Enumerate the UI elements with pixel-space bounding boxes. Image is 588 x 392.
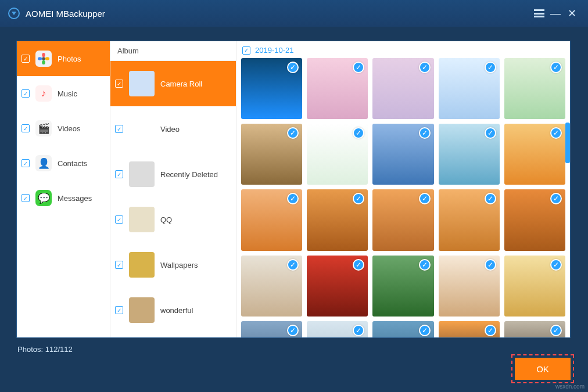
photo-thumb[interactable]: ✓: [241, 189, 302, 250]
check-icon[interactable]: ✓: [485, 62, 496, 73]
sidebar-checkbox[interactable]: ✓: [21, 159, 30, 167]
album-checkbox[interactable]: ✓: [115, 80, 123, 88]
photo-thumb[interactable]: ✓: [439, 124, 500, 185]
date-checkbox[interactable]: ✓: [242, 46, 250, 55]
watermark: wsxdn.com: [555, 383, 585, 390]
minimize-button[interactable]: —: [547, 5, 564, 21]
photo-thumb[interactable]: ✓: [372, 256, 433, 317]
check-icon[interactable]: ✓: [353, 127, 364, 139]
sidebar-item-messages[interactable]: ✓ 💬 Messages: [17, 181, 110, 215]
photos-icon: [35, 51, 52, 67]
sidebar-checkbox[interactable]: ✓: [21, 194, 30, 202]
check-icon[interactable]: ✓: [419, 193, 431, 204]
album-checkbox[interactable]: ✓: [115, 125, 123, 133]
check-icon[interactable]: ✓: [287, 193, 299, 204]
album-checkbox[interactable]: ✓: [115, 215, 123, 224]
album-checkbox[interactable]: ✓: [115, 170, 123, 178]
photo-thumb[interactable]: ✓: [307, 256, 368, 317]
photo-thumb[interactable]: ✓: [241, 256, 302, 317]
check-icon[interactable]: ✓: [485, 259, 496, 271]
app-logo: [8, 8, 20, 19]
sidebar-checkbox[interactable]: ✓: [21, 124, 30, 132]
photo-thumb[interactable]: ✓: [439, 58, 500, 119]
album-item[interactable]: ✓ Camera Roll: [110, 61, 236, 106]
sidebar-item-contacts[interactable]: ✓ 👤 Contacts: [17, 146, 110, 181]
photo-thumb[interactable]: ✓: [372, 189, 433, 250]
status-text: Photos: 112/112: [17, 345, 73, 354]
album-thumb: [129, 71, 155, 96]
scrollbar-thumb[interactable]: [565, 123, 570, 163]
album-label: Camera Roll: [160, 80, 202, 88]
photo-thumb[interactable]: ✓: [241, 124, 302, 185]
list-view-button[interactable]: [531, 5, 547, 21]
check-icon[interactable]: ✓: [353, 325, 364, 336]
check-icon[interactable]: ✓: [550, 259, 562, 271]
app-title: AOMEI MBackupper: [26, 9, 105, 19]
sidebar-checkbox[interactable]: ✓: [21, 55, 30, 63]
photo-thumb[interactable]: ✓: [504, 58, 565, 119]
ok-button[interactable]: OK: [515, 358, 571, 380]
album-item[interactable]: ✓ Video: [110, 106, 236, 152]
music-icon: ♪: [35, 85, 52, 102]
photo-thumb[interactable]: ✓: [307, 58, 368, 119]
check-icon[interactable]: ✓: [287, 325, 299, 336]
photo-thumb[interactable]: ✓: [439, 256, 500, 317]
photo-grid[interactable]: ✓✓✓✓✓✓✓✓✓✓✓✓✓✓✓✓✓✓✓✓✓✓✓✓✓: [236, 56, 570, 337]
sidebar-item-label: Photos: [58, 55, 81, 63]
category-sidebar: ✓ Photos✓ ♪ Music✓ 🎬 Videos✓ 👤 Contacts✓…: [17, 41, 110, 337]
photo-thumb[interactable]: ✓: [372, 58, 433, 119]
check-icon[interactable]: ✓: [419, 259, 431, 271]
check-icon[interactable]: ✓: [353, 259, 364, 271]
sidebar-item-music[interactable]: ✓ ♪ Music: [17, 76, 110, 111]
photo-thumb[interactable]: ✓: [439, 189, 500, 250]
album-item[interactable]: ✓ wonderful: [110, 287, 236, 333]
sidebar-item-videos[interactable]: ✓ 🎬 Videos: [17, 111, 110, 146]
check-icon[interactable]: ✓: [287, 127, 299, 139]
sidebar-checkbox[interactable]: ✓: [21, 89, 30, 98]
gallery-date-header[interactable]: ✓ 2019-10-21: [236, 41, 570, 56]
close-button[interactable]: ✕: [564, 5, 580, 21]
check-icon[interactable]: ✓: [287, 62, 299, 73]
photo-thumb[interactable]: ✓: [307, 321, 368, 337]
photo-thumb[interactable]: ✓: [241, 321, 302, 337]
album-label: Video: [160, 125, 180, 134]
photo-thumb[interactable]: ✓: [439, 321, 500, 337]
album-label: Wallpapers: [160, 261, 198, 269]
check-icon[interactable]: ✓: [485, 325, 496, 336]
album-item[interactable]: ✓ Wallpapers: [110, 242, 236, 287]
photo-thumb[interactable]: ✓: [504, 124, 565, 185]
photo-thumb[interactable]: ✓: [504, 256, 565, 317]
photo-thumb[interactable]: ✓: [372, 124, 433, 185]
svg-point-0: [42, 57, 45, 60]
check-icon[interactable]: ✓: [550, 62, 562, 73]
album-item[interactable]: ✓ Recently Deleted: [110, 152, 236, 197]
sidebar-item-label: Videos: [58, 124, 81, 133]
album-item[interactable]: ✓ QQ: [110, 197, 236, 242]
contacts-icon: 👤: [35, 155, 52, 171]
album-list[interactable]: ✓ Camera Roll✓ Video✓ Recently Deleted✓ …: [110, 61, 236, 337]
photo-thumb[interactable]: ✓: [241, 58, 302, 119]
photo-thumb[interactable]: ✓: [504, 189, 565, 250]
check-icon[interactable]: ✓: [485, 193, 496, 204]
check-icon[interactable]: ✓: [550, 325, 562, 336]
album-thumb: [129, 297, 155, 323]
check-icon[interactable]: ✓: [550, 127, 562, 139]
check-icon[interactable]: ✓: [287, 259, 299, 271]
photo-thumb[interactable]: ✓: [307, 189, 368, 250]
check-icon[interactable]: ✓: [419, 325, 431, 336]
check-icon[interactable]: ✓: [550, 193, 562, 204]
check-icon[interactable]: ✓: [419, 127, 431, 139]
album-thumb: [129, 116, 155, 142]
check-icon[interactable]: ✓: [353, 193, 364, 204]
sidebar-item-label: Contacts: [58, 159, 87, 168]
check-icon[interactable]: ✓: [353, 62, 364, 73]
photo-thumb[interactable]: ✓: [307, 124, 368, 185]
photo-thumb[interactable]: ✓: [372, 321, 433, 337]
album-checkbox[interactable]: ✓: [115, 261, 123, 269]
check-icon[interactable]: ✓: [485, 127, 496, 139]
album-checkbox[interactable]: ✓: [115, 306, 123, 314]
photo-thumb[interactable]: ✓: [504, 321, 565, 337]
album-label: Recently Deleted: [160, 170, 218, 179]
sidebar-item-photos[interactable]: ✓ Photos: [17, 41, 110, 76]
check-icon[interactable]: ✓: [419, 62, 431, 73]
